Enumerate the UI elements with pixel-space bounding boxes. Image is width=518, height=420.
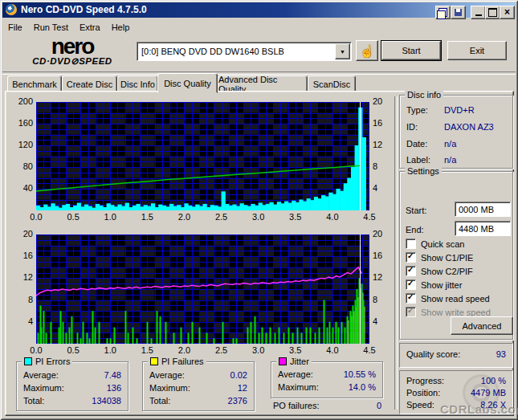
axis-tick-label: 3.0 [247, 212, 270, 222]
axis-tick-label: 4 [13, 316, 33, 326]
po-failures-label: PO failures: [273, 401, 319, 410]
menu-file[interactable]: File [2, 20, 28, 35]
axis-tick-label: 8 [373, 295, 389, 304]
title-bar[interactable]: Nero CD-DVD Speed 4.7.5.0 × [2, 2, 516, 18]
axis-tick-label: 20 [373, 96, 389, 106]
checkbox-show-jitter[interactable]: Show jitter [406, 279, 462, 290]
axis-tick-label: 3.5 [284, 345, 307, 355]
app-window: Nero CD-DVD Speed 4.7.5.0 × File Run Tes… [0, 0, 518, 420]
po-failures-row: PO failures: 0 [273, 401, 381, 410]
position-label: Position: [406, 388, 440, 398]
report-button[interactable] [435, 6, 451, 19]
axis-tick-label: 1.0 [99, 345, 121, 355]
maximize-button[interactable] [485, 6, 500, 19]
stat-row: Average:0.02 [149, 370, 247, 380]
axis-tick-label: 4.0 [321, 212, 344, 222]
nero-logo-text: nero [19, 37, 125, 55]
axis-tick-label: 80 [13, 161, 33, 171]
axis-tick-label: 4 [373, 183, 389, 193]
axis-tick-label: 0.0 [25, 212, 47, 222]
panel-divider [394, 96, 398, 410]
axis-tick-label: 8 [13, 295, 33, 304]
menu-extra[interactable]: Extra [74, 20, 106, 35]
axis-tick-label: 16 [13, 251, 33, 260]
axis-tick-label: 4 [373, 316, 389, 326]
stat-row: Maximum:14.0 % [278, 382, 376, 392]
chevron-down-icon: ▼ [340, 49, 345, 55]
axis-tick-label: 2.5 [210, 345, 233, 355]
axis-tick-label: 4.5 [358, 212, 381, 222]
axis-tick-label: 4.0 [321, 345, 344, 355]
axis-tick-label: 0.5 [62, 212, 84, 222]
checkbox-quick-scan[interactable]: Quick scan [406, 239, 464, 249]
window-title: Nero CD-DVD Speed 4.7.5.0 [21, 4, 147, 15]
pi-errors-title: PI Errors [35, 357, 70, 366]
drive-select-arrow[interactable]: ▼ [335, 43, 350, 59]
axis-tick-label: 20 [373, 229, 389, 239]
axis-tick-label: 16 [373, 118, 389, 128]
save-button[interactable] [451, 6, 466, 19]
menu-run-test[interactable]: Run Test [28, 20, 74, 35]
quality-score-value: 93 [496, 349, 506, 359]
disc-info-group: Disc info Type:DVD+R ID:DAXON AZ3 Date:n… [399, 95, 513, 169]
checkbox-box [406, 293, 416, 304]
end-position-field[interactable] [455, 221, 511, 236]
pi-failures-swatch [150, 357, 158, 365]
hand-icon: ☝ [360, 45, 375, 57]
axis-tick-label: 20 [13, 229, 33, 239]
axis-tick-label: 0.5 [62, 345, 84, 355]
menu-help[interactable]: Help [106, 20, 136, 35]
pif-jitter-chart [36, 234, 369, 344]
stat-row: Average:10.55 % [278, 369, 376, 379]
pi-errors-swatch [24, 357, 32, 365]
axis-tick-label: 0.0 [25, 345, 47, 355]
jitter-swatch [279, 357, 287, 365]
checkbox-show-read-speed[interactable]: Show read speed [406, 293, 490, 304]
axis-tick-label: 40 [13, 183, 33, 193]
disc-info-row: ID:DAXON AZ3 [406, 122, 506, 132]
axis-tick-label: 1.5 [136, 212, 158, 222]
axis-tick-label: 200 [13, 96, 33, 106]
quality-score-panel: Quality score:93 [399, 343, 513, 368]
stat-row: Total:134038 [23, 396, 121, 406]
stat-row: Average:7.48 [23, 370, 121, 380]
pi-failures-group: PI Failures Average:0.02 Maximum:12 Tota… [142, 361, 255, 411]
disc-icon: ⊘ [71, 56, 79, 66]
close-button[interactable]: × [500, 6, 515, 19]
eject-button[interactable]: ☝ [356, 40, 378, 61]
checkbox-show-c1-pie[interactable]: Show C1/PIE [406, 252, 473, 263]
start-position-field[interactable] [455, 202, 511, 217]
checkbox-box [406, 252, 416, 263]
drive-select[interactable]: [0:0] BENQ DVD DD DW1640 BSLB ▼ [137, 42, 352, 61]
progress-label: Progress: [406, 376, 444, 385]
menu-bar: File Run Test Extra Help [2, 18, 516, 35]
axis-tick-label: 3.5 [284, 212, 307, 222]
close-icon: × [504, 8, 510, 17]
axis-tick-label: 160 [13, 118, 33, 128]
checkbox-box [406, 279, 416, 290]
progress-value: 100 % [481, 376, 506, 385]
speed-label: Speed: [406, 400, 434, 410]
exit-button[interactable]: Exit [447, 41, 507, 60]
axis-tick-label: 2.0 [173, 345, 195, 355]
start-position-label: Start: [406, 206, 426, 215]
axis-tick-label: 120 [13, 140, 33, 149]
minimize-button[interactable] [471, 6, 486, 19]
settings-title: Settings [405, 166, 442, 176]
disc-info-row: Date:n/a [406, 139, 506, 149]
start-button[interactable]: Start [381, 41, 441, 60]
axis-tick-label: 2.0 [173, 212, 195, 222]
tab-disc-quality[interactable]: Disc Quality [157, 73, 218, 93]
disc-info-row: Type:DVD+R [406, 105, 506, 115]
app-icon [6, 4, 17, 15]
axis-tick-label: 2.5 [210, 212, 233, 222]
nero-logo: nero CD·DVD⊘SPEED [19, 37, 125, 69]
disc-info-row: Label:n/a [406, 155, 506, 165]
drive-select-value: [0:0] BENQ DVD DD DW1640 BSLB [137, 47, 335, 56]
checkbox-show-c2-pif[interactable]: Show C2/PIF [406, 266, 473, 276]
advanced-button[interactable]: Advanced [451, 316, 513, 335]
axis-tick-label: 3.0 [247, 345, 270, 355]
axis-tick-label: 1.0 [99, 212, 121, 222]
checkbox-box [406, 239, 416, 249]
site-watermark: CDRLabs.com [440, 402, 518, 416]
